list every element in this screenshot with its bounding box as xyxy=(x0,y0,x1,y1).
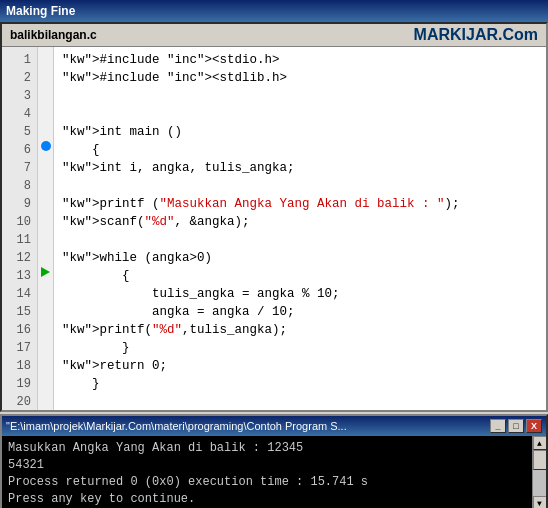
line-numbers: 1234567891011121314151617181920 xyxy=(2,47,38,410)
line-number: 15 xyxy=(6,303,31,321)
title-bar: Making Fine xyxy=(0,0,548,22)
marker-line xyxy=(38,227,53,245)
code-line xyxy=(62,105,538,123)
terminal-line: Process returned 0 (0x0) execution time … xyxy=(8,474,526,491)
terminal-titlebar: "E:\imam\projek\Markijar.Com\materi\prog… xyxy=(2,416,546,436)
terminal-body: Masukkan Angka Yang Akan di balik : 1234… xyxy=(2,436,532,508)
code-line: } xyxy=(62,375,538,393)
line-number: 16 xyxy=(6,321,31,339)
code-line: "kw">#include "inc"><stdlib.h> xyxy=(62,69,538,87)
line-number: 17 xyxy=(6,339,31,357)
marker-line xyxy=(38,281,53,299)
terminal-controls: _ □ X xyxy=(490,419,542,433)
line-number: 18 xyxy=(6,357,31,375)
line-number: 12 xyxy=(6,249,31,267)
marker-line xyxy=(38,263,53,281)
code-line: { xyxy=(62,267,538,285)
code-line: "kw">int main () xyxy=(62,123,538,141)
line-number: 4 xyxy=(6,105,31,123)
marker-line xyxy=(38,317,53,335)
line-number: 3 xyxy=(6,87,31,105)
line-number: 7 xyxy=(6,159,31,177)
line-number: 10 xyxy=(6,213,31,231)
line-number: 13 xyxy=(6,267,31,285)
line-number: 8 xyxy=(6,177,31,195)
code-line: "kw">scanf("%d", &angka); xyxy=(62,213,538,231)
terminal-scrollbar[interactable]: ▲ ▼ xyxy=(532,436,546,508)
marker-line xyxy=(38,47,53,65)
marker-line xyxy=(38,371,53,389)
marker-line xyxy=(38,119,53,137)
scroll-track xyxy=(533,450,547,496)
editor-brand: MARKIJAR.Com xyxy=(414,26,538,44)
line-number: 2 xyxy=(6,69,31,87)
terminal-minimize-button[interactable]: _ xyxy=(490,419,506,433)
scroll-thumb[interactable] xyxy=(533,450,547,470)
marker-line xyxy=(38,83,53,101)
marker-line xyxy=(38,155,53,173)
code-line: } xyxy=(62,339,538,357)
code-line: "kw">printf ("Masukkan Angka Yang Akan d… xyxy=(62,195,538,213)
editor-body: 1234567891011121314151617181920 "kw">#in… xyxy=(2,47,546,410)
code-line: { xyxy=(62,141,538,159)
marker-line xyxy=(38,353,53,371)
terminal-title: "E:\imam\projek\Markijar.Com\materi\prog… xyxy=(6,420,490,432)
marker-line xyxy=(38,245,53,263)
marker-line xyxy=(38,65,53,83)
marker-area xyxy=(38,47,54,410)
line-number: 19 xyxy=(6,375,31,393)
editor-header: balikbilangan.c MARKIJAR.Com xyxy=(2,24,546,47)
editor-container: balikbilangan.c MARKIJAR.Com 12345678910… xyxy=(0,22,548,412)
line-number: 6 xyxy=(6,141,31,159)
marker-line xyxy=(38,137,53,155)
code-line: angka = angka / 10; xyxy=(62,303,538,321)
terminal-maximize-button[interactable]: □ xyxy=(508,419,524,433)
code-line xyxy=(62,393,538,410)
scroll-down-button[interactable]: ▼ xyxy=(533,496,547,508)
code-line xyxy=(62,177,538,195)
code-area[interactable]: "kw">#include "inc"><stdio.h> "kw">#incl… xyxy=(54,47,546,410)
code-line xyxy=(62,87,538,105)
line-number: 5 xyxy=(6,123,31,141)
code-line: tulis_angka = angka % 10; xyxy=(62,285,538,303)
line-number: 9 xyxy=(6,195,31,213)
terminal-line: Press any key to continue. xyxy=(8,491,526,508)
title-bar-text: Making Fine xyxy=(6,4,542,18)
terminal-close-button[interactable]: X xyxy=(526,419,542,433)
terminal-line: Masukkan Angka Yang Akan di balik : 1234… xyxy=(8,440,526,457)
code-line: "kw">int i, angka, tulis_angka; xyxy=(62,159,538,177)
marker-line xyxy=(38,209,53,227)
marker-line xyxy=(38,335,53,353)
line-number: 1 xyxy=(6,51,31,69)
line-number: 11 xyxy=(6,231,31,249)
code-line: "kw">printf("%d",tulis_angka); xyxy=(62,321,538,339)
marker-line xyxy=(38,191,53,209)
marker-line xyxy=(38,173,53,191)
line-number: 20 xyxy=(6,393,31,410)
terminal-line: 54321 xyxy=(8,457,526,474)
terminal-with-scroll: Masukkan Angka Yang Akan di balik : 1234… xyxy=(2,436,546,508)
code-line: "kw">#include "inc"><stdio.h> xyxy=(62,51,538,69)
breakpoint-marker xyxy=(41,141,51,151)
code-line: "kw">while (angka>0) xyxy=(62,249,538,267)
code-line xyxy=(62,231,538,249)
editor-filename: balikbilangan.c xyxy=(10,28,97,42)
terminal-container: "E:\imam\projek\Markijar.Com\materi\prog… xyxy=(0,414,548,508)
current-line-arrow xyxy=(41,267,50,277)
line-number: 14 xyxy=(6,285,31,303)
marker-line xyxy=(38,389,53,407)
code-line: "kw">return 0; xyxy=(62,357,538,375)
marker-line xyxy=(38,299,53,317)
marker-line xyxy=(38,101,53,119)
scroll-up-button[interactable]: ▲ xyxy=(533,436,547,450)
